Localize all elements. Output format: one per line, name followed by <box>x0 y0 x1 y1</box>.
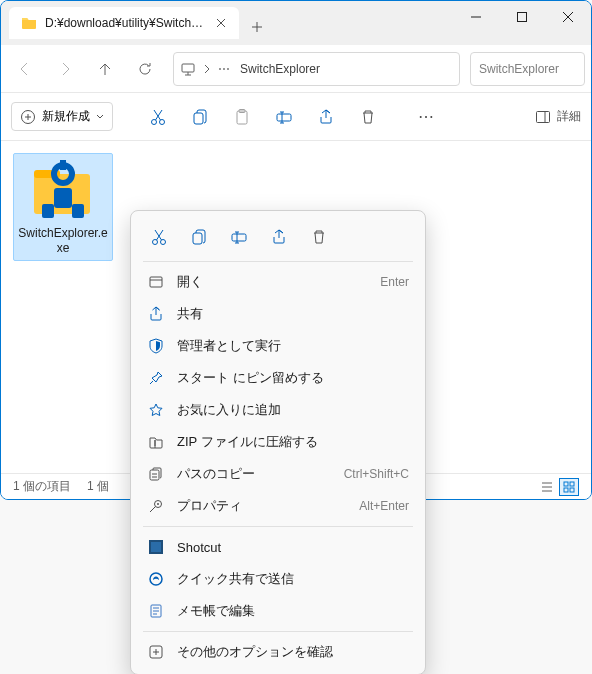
ctx-item-star[interactable]: お気に入りに追加 <box>137 394 419 426</box>
ctx-item-admin[interactable]: 管理者として実行 <box>137 330 419 362</box>
props-icon <box>147 497 165 515</box>
search-placeholder: SwitchExplorer <box>479 62 559 76</box>
minimize-button[interactable] <box>453 1 499 33</box>
svg-rect-0 <box>518 13 527 22</box>
ctx-more-options[interactable]: その他のオプションを確認 <box>137 636 419 668</box>
svg-point-3 <box>152 119 157 124</box>
refresh-button[interactable] <box>127 51 163 87</box>
ctx-copy-button[interactable] <box>181 221 217 253</box>
ctx-item-share[interactable]: 共有 <box>137 298 419 330</box>
ctx-item-label: その他のオプションを確認 <box>177 643 409 661</box>
separator <box>143 631 413 632</box>
ctx-item-label: パスのコピー <box>177 465 332 483</box>
ctx-share-button[interactable] <box>261 221 297 253</box>
svg-rect-15 <box>42 204 54 218</box>
ctx-cut-button[interactable] <box>141 221 177 253</box>
paste-button[interactable] <box>223 99 261 135</box>
ctx-item-shotcut[interactable]: Shotcut <box>137 531 419 563</box>
ctx-accelerator: Enter <box>380 275 409 289</box>
nav-bar: ⋯ SwitchExplorer SwitchExplorer <box>1 45 591 93</box>
svg-rect-5 <box>194 113 203 124</box>
shotcut-icon <box>147 538 165 556</box>
cut-button[interactable] <box>139 99 177 135</box>
back-button[interactable] <box>7 51 43 87</box>
file-item[interactable]: SwitchExplorer.exe <box>13 153 113 261</box>
svg-rect-19 <box>570 482 574 486</box>
address-bar[interactable]: ⋯ SwitchExplorer <box>173 52 460 86</box>
ctx-item-label: 共有 <box>177 305 409 323</box>
more-button[interactable]: ⋯ <box>407 99 445 135</box>
active-tab[interactable]: D:¥download¥utility¥SwitchEx <box>9 7 239 39</box>
ctx-item-pin[interactable]: スタート にピン留めする <box>137 362 419 394</box>
ctx-item-zip[interactable]: ZIP ファイルに圧縮する <box>137 426 419 458</box>
ctx-item-quickshare[interactable]: クイック共有で送信 <box>137 563 419 595</box>
details-icon <box>535 109 551 125</box>
svg-rect-18 <box>564 482 568 486</box>
open-icon <box>147 273 165 291</box>
new-tab-button[interactable] <box>239 7 275 39</box>
new-label: 新規作成 <box>42 108 90 125</box>
svg-rect-13 <box>60 160 66 170</box>
ctx-item-label: Shotcut <box>177 540 409 555</box>
up-button[interactable] <box>87 51 123 87</box>
share-icon <box>147 305 165 323</box>
svg-rect-27 <box>150 470 159 480</box>
command-bar: 新規作成 ⋯ 詳細 <box>1 93 591 141</box>
maximize-button[interactable] <box>499 1 545 33</box>
ctx-item-label: プロパティ <box>177 497 347 515</box>
add-circle-icon <box>20 109 36 125</box>
ellipsis-icon[interactable]: ⋯ <box>218 62 230 76</box>
close-button[interactable] <box>545 1 591 33</box>
ctx-accelerator: Ctrl+Shift+C <box>344 467 409 481</box>
copy-button[interactable] <box>181 99 219 135</box>
details-view-button[interactable] <box>537 478 557 496</box>
svg-point-29 <box>157 503 159 505</box>
details-pane-button[interactable]: 詳細 <box>535 108 581 125</box>
ctx-item-notepad[interactable]: メモ帳で編集 <box>137 595 419 627</box>
svg-rect-26 <box>150 277 162 287</box>
delete-button[interactable] <box>349 99 387 135</box>
svg-rect-21 <box>570 488 574 492</box>
ctx-delete-button[interactable] <box>301 221 337 253</box>
ctx-item-label: お気に入りに追加 <box>177 401 409 419</box>
ctx-item-label: 管理者として実行 <box>177 337 409 355</box>
ctx-item-label: クイック共有で送信 <box>177 570 409 588</box>
app-icon <box>23 158 103 222</box>
context-menu: 開くEnter共有管理者として実行スタート にピン留めするお気に入りに追加ZIP… <box>130 210 426 674</box>
chevron-down-icon <box>96 113 104 121</box>
context-quick-actions <box>137 217 419 257</box>
quickshare-icon <box>147 570 165 588</box>
title-bar: D:¥download¥utility¥SwitchEx <box>1 1 591 45</box>
tab-close-button[interactable] <box>213 15 229 31</box>
chevron-right-icon[interactable] <box>202 64 212 74</box>
svg-rect-1 <box>182 64 194 72</box>
details-label: 詳細 <box>557 108 581 125</box>
new-button[interactable]: 新規作成 <box>11 102 113 131</box>
ctx-item-label: 開く <box>177 273 368 291</box>
forward-button[interactable] <box>47 51 83 87</box>
breadcrumb[interactable]: SwitchExplorer <box>236 60 324 78</box>
window-controls <box>453 1 591 33</box>
selected-count: 1 個 <box>87 478 109 495</box>
svg-rect-31 <box>151 542 161 552</box>
ctx-item-props[interactable]: プロパティAlt+Enter <box>137 490 419 522</box>
icons-view-button[interactable] <box>559 478 579 496</box>
ctx-item-open[interactable]: 開くEnter <box>137 266 419 298</box>
folder-icon <box>21 15 37 31</box>
rename-button[interactable] <box>265 99 303 135</box>
tab-label: D:¥download¥utility¥SwitchEx <box>45 16 205 30</box>
ctx-item-copypath[interactable]: パスのコピーCtrl+Shift+C <box>137 458 419 490</box>
svg-rect-16 <box>72 204 84 218</box>
share-button[interactable] <box>307 99 345 135</box>
svg-rect-20 <box>564 488 568 492</box>
svg-point-4 <box>160 119 165 124</box>
svg-point-22 <box>153 240 158 245</box>
ctx-item-label: ZIP ファイルに圧縮する <box>177 433 409 451</box>
zip-icon <box>147 433 165 451</box>
star-icon <box>147 401 165 419</box>
search-input[interactable]: SwitchExplorer <box>470 52 585 86</box>
ctx-rename-button[interactable] <box>221 221 257 253</box>
more-options-icon <box>147 643 165 661</box>
ctx-item-label: スタート にピン留めする <box>177 369 409 387</box>
svg-point-32 <box>150 573 162 585</box>
